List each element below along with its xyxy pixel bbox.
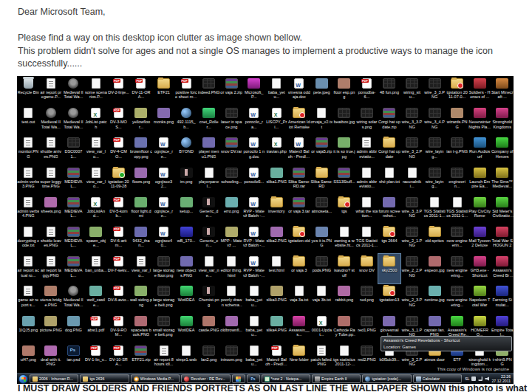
desktop-icon[interactable]: oldbrownfl... (220, 314, 243, 343)
desktop-icon[interactable]: baba_yetu... (242, 343, 265, 373)
desktop-icon[interactable]: introom.png (220, 343, 243, 373)
desktop-icon[interactable]: travian.php (265, 135, 288, 165)
desktop-icon[interactable]: ian t-g.PNG (446, 135, 468, 165)
desktop-icon[interactable]: Soldiers - Heroes of ... (468, 76, 491, 106)
desktop-icon[interactable]: DV-8-avto... (107, 283, 130, 313)
desktop-icon[interactable]: floors.png (130, 165, 153, 195)
desktop-icon[interactable]: snov DV (355, 254, 378, 283)
desktop-icon[interactable]: DV-5-komb... (107, 195, 130, 224)
desktop-icon[interactable]: Napoleon Total War (468, 283, 491, 313)
desktop-icon[interactable]: schooling... (220, 165, 243, 195)
desktop-icon[interactable]: or vaja5.zip (310, 135, 333, 165)
desktop-icon[interactable]: dog.PNG (62, 314, 85, 343)
desktop-icon[interactable]: some scenarios.P... (85, 76, 108, 106)
desktop-icon[interactable]: vaja 3a.txt (288, 283, 311, 313)
desktop-icon[interactable]: new object s.PNG (175, 254, 198, 283)
desktop-icon[interactable]: ognjisce_re... (152, 195, 175, 224)
desktop-icon[interactable]: slika3.PNG (265, 283, 288, 313)
desktop-icon[interactable]: Chemist.png (197, 283, 220, 313)
desktop-icon[interactable]: brownfloor copy.png (130, 135, 153, 165)
desktop-icon[interactable]: old-sprites (423, 224, 446, 254)
desktop-icon[interactable]: erro.png (220, 195, 243, 224)
desktop-icon[interactable]: JobList.patch (85, 106, 108, 135)
desktop-icon[interactable]: game air report s... (17, 283, 40, 313)
desktop-icon[interactable]: yes it is.PNG (310, 224, 333, 254)
desktop-icon[interactable]: Start Minecraft ... (491, 76, 514, 106)
desktop-icon[interactable]: Neverwinter Nights Pla... (468, 106, 491, 135)
desktop-icon[interactable]: wire_3_3.PNG (400, 195, 423, 224)
desktop-icon[interactable]: MEDIEVAL... (62, 224, 85, 254)
desktop-icon[interactable]: wiring_situ... (400, 76, 423, 106)
desktop-icon[interactable]: deal with it.PNG (40, 343, 63, 373)
desktop-icon[interactable]: shuttle leaves.PNG (40, 224, 63, 254)
desktop-icon[interactable]: wire_2_3.PNG (400, 283, 423, 313)
desktop-icon[interactable]: ian.psd (62, 343, 85, 373)
desktop-icon[interactable]: ETF21.zip (130, 343, 153, 373)
desktop-icon[interactable]: air report 8 hours idl... (152, 343, 175, 373)
desktop-icon[interactable]: simpr1.wsb (175, 343, 198, 373)
desktop-icon[interactable]: wolf_castle... (85, 283, 108, 313)
taskbar-button[interactable]: Windows Media P... (131, 374, 180, 383)
desktop-icon[interactable]: uterus bridge.PNG (40, 283, 63, 313)
desktop-icon[interactable]: porocilo 1 ng.doc (242, 135, 265, 165)
desktop-icon[interactable]: vaja 3b.txt (310, 283, 333, 313)
system-tray[interactable]: SL 22:26 27.12.2011 (463, 374, 512, 384)
desktop-icon[interactable]: forum screenshot... (378, 195, 401, 224)
desktop-icon[interactable]: poorly drawn schematic... (220, 283, 243, 313)
desktop-icon[interactable]: admin verbs 3.PNG (17, 165, 40, 195)
desktop-icon[interactable]: Assassin's Creed Brot... (491, 254, 514, 283)
desktop-icon[interactable]: tgstation13 (378, 283, 401, 313)
desktop-icon[interactable]: Medieval II Total Wa... (62, 106, 85, 135)
desktop-icon[interactable]: tgstation 2011-09-28 (107, 165, 130, 195)
desktop-icon[interactable]: MPP - Matevž ... (220, 224, 243, 254)
desktop-icon[interactable]: DV-7-sekv... (107, 254, 130, 283)
desktop-icon[interactable]: sheets.png (40, 195, 63, 224)
desktop-icon[interactable]: Launch Empire Ea... (468, 165, 491, 195)
desktop-icon[interactable]: owning a website.ht... (333, 224, 356, 254)
desktop-icon[interactable]: Microsoft_P... (242, 76, 265, 106)
desktop-icon[interactable]: New folder (288, 343, 311, 373)
start-button[interactable] (18, 374, 28, 384)
desktop-icon[interactable]: orvaja_v2.txt (310, 106, 333, 135)
desktop-icon[interactable]: RVP - Matevž Baloh - Por... (242, 195, 265, 224)
desktop-icon[interactable]: DV-10-SRA... (107, 343, 130, 373)
desktop-icon[interactable]: positive force sheet musi... (175, 76, 198, 106)
desktop-icon[interactable]: large storage floor.png (152, 254, 175, 283)
desktop-icon[interactable]: American Idiot Remake (288, 106, 311, 135)
desktop-icon[interactable]: DV-2-linje... (107, 76, 130, 106)
desktop-icon[interactable]: tgs 2664 (378, 224, 401, 254)
desktop-icon[interactable]: tgstation old (288, 224, 311, 254)
desktop-icon[interactable]: picture.PNG (40, 314, 63, 343)
desktop-icon[interactable]: test.html (265, 254, 288, 283)
desktop-icon[interactable]: or vaja 2.zip (220, 76, 243, 106)
desktop-icon[interactable]: baba_yetu... (265, 76, 288, 106)
desktop-icon[interactable]: Mall Tycoon 2 Deluxe (468, 224, 491, 254)
desktop-icon[interactable]: inventory (265, 195, 288, 224)
desktop-icon[interactable]: ognjisce40... (152, 224, 175, 254)
desktop-icon[interactable]: shé plan.txt (378, 165, 401, 195)
desktop-icon[interactable]: baba_yetu... (242, 314, 265, 343)
desktop-icon[interactable]: Medieval II Total Wa... (40, 106, 63, 135)
desktop-icon[interactable]: 48 fun.png (378, 76, 401, 106)
desktop-icon[interactable]: yellowfloor... (130, 106, 153, 135)
desktop-icon[interactable]: player menu1.PNG (197, 135, 220, 165)
desktop-icon[interactable]: MEDIEVAL... (62, 165, 85, 195)
taskbar-button[interactable]: tgs 2636 (80, 374, 129, 383)
desktop-icon[interactable]: view_var_lo... (85, 135, 108, 165)
desktop-icon[interactable]: isavdno? stuff (333, 254, 356, 283)
taskbar-button[interactable]: Ps (247, 374, 260, 383)
desktop-icon[interactable]: wire_3_3.PNG (400, 106, 423, 135)
desktop-icon[interactable]: new engineering... (446, 283, 468, 313)
desktop-icon[interactable]: GH3.exe - Shortcut (468, 254, 491, 283)
desktop-icon[interactable]: snov DV.rar (220, 135, 243, 165)
desktop-icon[interactable]: slika2.PNG (265, 224, 288, 254)
desktop-icon[interactable]: super leggy time.PNG (40, 165, 63, 195)
desktop-icon[interactable]: wire_laying... (423, 135, 446, 165)
desktop-icon[interactable]: monitor.PNG (17, 135, 40, 165)
desktop-icon[interactable]: small storage belt.png (152, 314, 175, 343)
desktop-icon[interactable]: wB_170... (175, 224, 198, 254)
desktop-icon[interactable]: red2.PNG (355, 343, 378, 373)
desktop-icon[interactable]: air report pregame.P... (40, 76, 63, 106)
desktop-icon[interactable]: what the station... (355, 195, 378, 224)
desktop-icon[interactable]: Corgi hat update (378, 135, 401, 165)
